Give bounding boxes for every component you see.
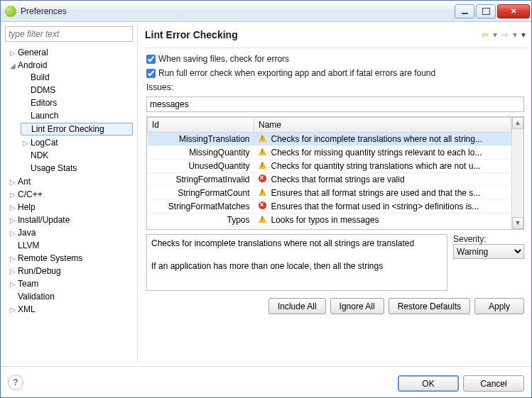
chevron-right-icon: ▷ xyxy=(9,306,16,314)
chevron-right-icon: ▷ xyxy=(9,178,16,186)
tree-item-validation[interactable]: Validation xyxy=(8,291,133,302)
warning-icon xyxy=(259,161,267,169)
issue-name: Ensures that all format strings are used… xyxy=(267,187,511,200)
tree-item-build[interactable]: Build xyxy=(21,72,133,83)
tree-item-android[interactable]: ◢Android xyxy=(8,60,133,71)
issues-search-input[interactable] xyxy=(146,96,524,112)
check-on-export-checkbox[interactable] xyxy=(146,69,156,78)
page-title: Lint Error Checking xyxy=(145,29,482,40)
issue-id: StringFormatMatches xyxy=(148,200,254,214)
menu-icon[interactable]: ▾ xyxy=(521,30,526,40)
tree-item-logcat[interactable]: ▷LogCat xyxy=(21,137,133,148)
tree-item-xml[interactable]: ▷XML xyxy=(8,304,133,315)
tree-item-general[interactable]: ▷General xyxy=(8,47,133,58)
issue-id: MissingTranslation xyxy=(148,133,254,146)
issues-label: Issues: xyxy=(146,82,524,92)
cancel-button[interactable]: Cancel xyxy=(463,375,524,392)
app-icon xyxy=(5,6,16,17)
severity-label: Severity: xyxy=(453,234,524,244)
tree-item-remote[interactable]: ▷Remote Systems xyxy=(8,253,133,264)
preference-tree[interactable]: ▷General ◢Android Build DDMS Editors Lau… xyxy=(5,45,133,362)
check-on-export[interactable]: Run full error check when exporting app … xyxy=(146,68,524,78)
issues-table: Id Name MissingTranslationChecks for inc… xyxy=(146,116,524,230)
ignore-all-button[interactable]: Ignore All xyxy=(330,298,384,314)
severity-select[interactable]: Warning xyxy=(453,244,524,259)
tree-item-rundebug[interactable]: ▷Run/Debug xyxy=(8,265,133,277)
issue-id: UnusedQuantity xyxy=(148,160,254,173)
include-all-button[interactable]: Include All xyxy=(268,298,326,314)
chevron-right-icon: ▷ xyxy=(9,216,16,224)
chevron-right-icon: ▷ xyxy=(9,280,16,288)
issue-row[interactable]: StringFormatMatchesEnsures that the form… xyxy=(148,200,511,214)
close-button[interactable] xyxy=(497,4,530,18)
ok-button[interactable]: OK xyxy=(398,375,459,392)
issue-name: Looks for typos in messages xyxy=(267,214,511,227)
filter-input[interactable] xyxy=(5,26,133,42)
issue-row[interactable]: StringFormatCountEnsures that all format… xyxy=(148,187,511,200)
issue-detail: Checks for incomplete translations where… xyxy=(146,234,447,291)
back-icon[interactable]: ⇦ xyxy=(482,30,489,40)
issue-row[interactable]: MissingTranslationChecks for incomplete … xyxy=(148,133,511,146)
check-on-save[interactable]: When saving files, check for errors xyxy=(146,54,524,64)
dialog-footer: ? OK Cancel xyxy=(1,366,531,397)
chevron-right-icon: ▷ xyxy=(9,204,16,211)
issue-id: Typos xyxy=(148,214,254,227)
issue-id: StringFormatInvalid xyxy=(148,173,254,187)
issue-id: StringFormatCount xyxy=(148,187,254,200)
issue-name: Checks for missing quantity strings rele… xyxy=(267,146,511,160)
issue-name: Checks that format strings are valid xyxy=(267,173,511,187)
warning-icon xyxy=(259,215,267,223)
error-icon xyxy=(259,175,266,182)
forward-icon[interactable]: ⇨ xyxy=(501,30,509,40)
issue-id: MissingQuantity xyxy=(148,146,254,160)
help-icon[interactable]: ? xyxy=(8,375,23,390)
tree-item-editors[interactable]: Editors xyxy=(21,97,133,109)
warning-icon xyxy=(259,148,267,155)
minimize-button[interactable] xyxy=(455,4,474,18)
restore-defaults-button[interactable]: Restore Defaults xyxy=(389,298,470,314)
back-menu-icon[interactable]: ▾ xyxy=(493,30,497,40)
issue-row[interactable]: TyposLooks for typos in messages xyxy=(148,214,511,227)
chevron-right-icon: ▷ xyxy=(9,49,16,57)
col-name[interactable]: Name xyxy=(254,118,511,133)
forward-menu-icon[interactable]: ▾ xyxy=(513,30,517,40)
chevron-right-icon: ▷ xyxy=(9,229,16,237)
tree-item-java[interactable]: ▷Java xyxy=(8,227,133,238)
maximize-button[interactable] xyxy=(476,4,496,18)
warning-icon xyxy=(259,134,267,142)
issue-row[interactable]: UnusedQuantityChecks for quantity string… xyxy=(148,160,511,173)
tree-item-launch[interactable]: Launch xyxy=(21,110,133,121)
tree-item-team[interactable]: ▷Team xyxy=(8,278,133,289)
chevron-right-icon: ▷ xyxy=(22,139,29,147)
warning-icon xyxy=(259,188,267,196)
check-on-save-checkbox[interactable] xyxy=(146,55,156,64)
sidebar: ▷General ◢Android Build DDMS Editors Lau… xyxy=(5,26,133,362)
tree-item-install[interactable]: ▷Install/Update xyxy=(8,214,133,226)
col-id[interactable]: Id xyxy=(148,118,254,133)
chevron-right-icon: ▷ xyxy=(9,267,16,275)
table-scrollbar[interactable]: ▲ ▼ xyxy=(511,117,523,229)
scroll-down-icon[interactable]: ▼ xyxy=(512,217,523,229)
issue-name: Checks for quantity string translations … xyxy=(267,160,511,173)
tree-item-ant[interactable]: ▷Ant xyxy=(8,176,133,187)
tree-item-usage[interactable]: Usage Stats xyxy=(21,162,133,174)
window-title: Preferences xyxy=(21,6,455,16)
issue-name: Checks for incomplete translations where… xyxy=(267,133,511,146)
chevron-right-icon: ▷ xyxy=(9,191,16,199)
titlebar[interactable]: Preferences xyxy=(1,1,531,22)
tree-item-cpp[interactable]: ▷C/C++ xyxy=(8,189,133,200)
preferences-window: Preferences ▷General ◢Android Build DDMS… xyxy=(0,0,532,398)
scroll-up-icon[interactable]: ▲ xyxy=(512,117,523,129)
error-icon xyxy=(259,201,266,209)
issue-name: Ensures that the format used in <string>… xyxy=(267,200,511,214)
tree-item-lint[interactable]: Lint Error Checking xyxy=(21,123,133,136)
tree-item-llvm[interactable]: LLVM xyxy=(8,240,133,251)
apply-button[interactable]: Apply xyxy=(474,298,524,314)
main-pane: Lint Error Checking ⇦▾ ⇨▾ ▾ When saving … xyxy=(137,26,527,362)
chevron-right-icon: ▷ xyxy=(9,255,16,262)
tree-item-ddms[interactable]: DDMS xyxy=(21,84,133,96)
tree-item-help[interactable]: ▷Help xyxy=(8,201,133,213)
issue-row[interactable]: MissingQuantityChecks for missing quanti… xyxy=(148,146,511,160)
tree-item-ndk[interactable]: NDK xyxy=(21,150,133,161)
issue-row[interactable]: StringFormatInvalidChecks that format st… xyxy=(148,173,511,187)
